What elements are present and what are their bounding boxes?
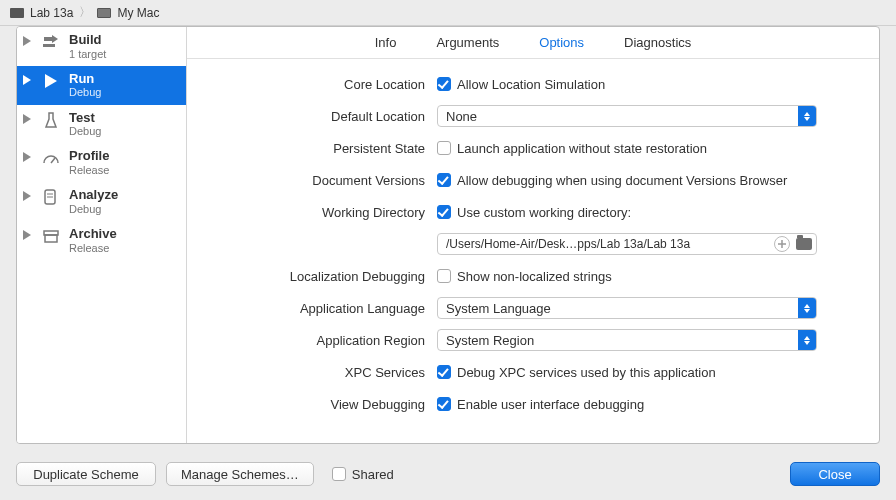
select-value: System Region [446,333,534,348]
svg-marker-4 [23,114,31,124]
sidebar-item-label: Profile [69,148,109,164]
footer-bar: Duplicate Scheme Manage Schemes… Shared … [0,454,896,494]
svg-line-6 [51,158,55,163]
sidebar-item-sublabel: Debug [69,203,118,216]
sidebar-item-label: Test [69,110,101,126]
checkbox-view-debugging[interactable] [437,397,451,411]
profile-icon [41,148,61,168]
close-button[interactable]: Close [790,462,880,486]
label-localization-debugging: Localization Debugging [197,269,437,284]
archive-icon [41,226,61,246]
label-view-debugging: View Debugging [197,397,437,412]
tab-options[interactable]: Options [539,35,584,50]
checkbox-shared[interactable] [332,467,346,481]
breadcrumb-target[interactable]: My Mac [117,6,159,20]
sidebar-item-analyze[interactable]: Analyze Debug [17,182,186,221]
project-icon [10,8,24,18]
label-working-directory: Working Directory [197,205,437,220]
choose-folder-icon[interactable] [796,238,812,250]
svg-marker-0 [23,36,31,46]
tab-arguments[interactable]: Arguments [436,35,499,50]
disclosure-triangle-icon[interactable] [23,75,33,85]
label-document-versions: Document Versions [197,173,437,188]
svg-marker-7 [23,191,31,201]
select-value: None [446,109,477,124]
checkbox-label: Allow debugging when using document Vers… [457,173,787,188]
checkbox-show-non-localized[interactable] [437,269,451,283]
sidebar-item-sublabel: 1 target [69,48,106,61]
sidebar-item-build[interactable]: Build 1 target [17,27,186,66]
disclosure-triangle-icon[interactable] [23,114,33,124]
disclosure-triangle-icon[interactable] [23,191,33,201]
svg-marker-11 [23,230,31,240]
label-default-location: Default Location [197,109,437,124]
sidebar-item-sublabel: Debug [69,86,101,99]
clear-icon[interactable] [774,236,790,252]
stepper-icon [798,330,816,350]
sidebar-item-sublabel: Debug [69,125,101,138]
svg-rect-13 [45,235,57,242]
test-icon [41,110,61,130]
checkbox-label: Allow Location Simulation [457,77,605,92]
svg-marker-3 [45,74,57,88]
mac-icon [97,8,111,18]
label-core-location: Core Location [197,77,437,92]
checkbox-label: Debug XPC services used by this applicat… [457,365,716,380]
checkbox-document-versions[interactable] [437,173,451,187]
select-default-location[interactable]: None [437,105,817,127]
disclosure-triangle-icon[interactable] [23,152,33,162]
sidebar-item-sublabel: Release [69,164,109,177]
options-form: Core Location Allow Location Simulation … [187,59,879,443]
scheme-sidebar: Build 1 target Run Debug T [17,27,187,443]
tab-bar: Info Arguments Options Diagnostics [187,27,879,59]
checkbox-allow-location-simulation[interactable] [437,77,451,91]
checkbox-label: Show non-localized strings [457,269,612,284]
checkbox-use-custom-working-directory[interactable] [437,205,451,219]
disclosure-triangle-icon[interactable] [23,230,33,240]
run-icon [41,71,61,91]
tab-info[interactable]: Info [375,35,397,50]
svg-marker-5 [23,152,31,162]
sidebar-item-label: Build [69,32,106,48]
label-persistent-state: Persistent State [197,141,437,156]
checkbox-label: Shared [352,467,394,482]
label-xpc-services: XPC Services [197,365,437,380]
checkbox-label: Use custom working directory: [457,205,631,220]
select-value: System Language [446,301,551,316]
label-application-region: Application Region [197,333,437,348]
select-application-language[interactable]: System Language [437,297,817,319]
svg-rect-1 [43,44,55,47]
duplicate-scheme-button[interactable]: Duplicate Scheme [16,462,156,486]
checkbox-persistent-state[interactable] [437,141,451,155]
svg-marker-2 [23,75,31,85]
sidebar-item-run[interactable]: Run Debug [17,66,186,105]
sidebar-item-test[interactable]: Test Debug [17,105,186,144]
tab-diagnostics[interactable]: Diagnostics [624,35,691,50]
path-text: /Users/Home-Air/Desk…pps/Lab 13a/Lab 13a [446,237,768,251]
working-directory-path-field[interactable]: /Users/Home-Air/Desk…pps/Lab 13a/Lab 13a [437,233,817,255]
stepper-icon [798,298,816,318]
disclosure-triangle-icon[interactable] [23,36,33,46]
select-application-region[interactable]: System Region [437,329,817,351]
sidebar-item-label: Analyze [69,187,118,203]
analyze-icon [41,187,61,207]
sidebar-item-profile[interactable]: Profile Release [17,143,186,182]
checkbox-xpc-services[interactable] [437,365,451,379]
scheme-editor-panel: Build 1 target Run Debug T [16,26,880,444]
checkbox-label: Launch application without state restora… [457,141,707,156]
checkbox-label: Enable user interface debugging [457,397,644,412]
sidebar-item-sublabel: Release [69,242,117,255]
sidebar-item-label: Run [69,71,101,87]
sidebar-item-label: Archive [69,226,117,242]
chevron-right-icon: 〉 [79,4,91,21]
build-icon [41,32,61,52]
content-area: Info Arguments Options Diagnostics Core … [187,27,879,443]
stepper-icon [798,106,816,126]
breadcrumb: Lab 13a 〉 My Mac [0,0,896,26]
label-application-language: Application Language [197,301,437,316]
sidebar-item-archive[interactable]: Archive Release [17,221,186,260]
manage-schemes-button[interactable]: Manage Schemes… [166,462,314,486]
breadcrumb-project[interactable]: Lab 13a [30,6,73,20]
